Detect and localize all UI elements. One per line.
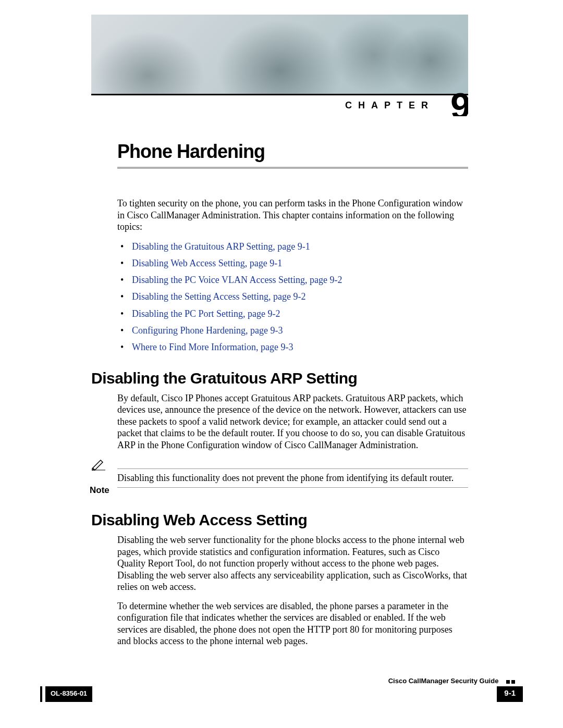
list-item: Where to Find More Information, page 9-3 — [117, 341, 468, 353]
list-item: Disabling the PC Port Setting, page 9-2 — [117, 307, 468, 320]
footer-left-mark-icon — [40, 686, 42, 702]
footer-page-number: 9-1 — [497, 686, 523, 702]
chapter-header-image: CHAPTER 9 — [91, 15, 468, 116]
topic-list: Disabling the Gratuitous ARP Setting, pa… — [117, 240, 468, 354]
intro-text: To tighten security on the phone, you ca… — [117, 198, 468, 233]
footer-marker-icon — [505, 677, 515, 685]
note-text: Disabling this functionality does not pr… — [117, 468, 468, 488]
section-body-web-1: Disabling the web server functionality f… — [117, 534, 468, 593]
list-item: Disabling the PC Voice VLAN Access Setti… — [117, 274, 468, 286]
list-item: Disabling the Gratuitous ARP Setting, pa… — [117, 240, 468, 253]
page-footer: Cisco CallManager Security Guide OL-8356… — [40, 677, 523, 728]
section-body-arp: By default, Cisco IP Phones accept Gratu… — [117, 392, 468, 451]
list-item: Configuring Phone Hardening, page 9-3 — [117, 324, 468, 337]
topic-link[interactable]: Disabling the Gratuitous ARP Setting, pa… — [132, 241, 310, 252]
topic-link[interactable]: Configuring Phone Hardening, page 9-3 — [132, 325, 283, 336]
footer-guide-title: Cisco CallManager Security Guide — [388, 677, 499, 685]
topic-link[interactable]: Disabling the PC Voice VLAN Access Setti… — [132, 275, 342, 285]
note-block: Note Disabling this functionality does n… — [91, 458, 468, 496]
topic-link[interactable]: Where to Find More Information, page 9-3 — [132, 342, 293, 352]
header-rule — [91, 94, 468, 95]
list-item: Disabling the Setting Access Setting, pa… — [117, 290, 468, 303]
list-item: Disabling Web Access Setting, page 9-1 — [117, 257, 468, 269]
section-title-web: Disabling Web Access Setting — [91, 511, 468, 529]
section-body-web-2: To determine whether the web services ar… — [117, 600, 468, 647]
topic-link[interactable]: Disabling the Setting Access Setting, pa… — [132, 291, 305, 302]
chapter-number: 9 — [450, 88, 468, 116]
chapter-title: Phone Hardening — [117, 141, 468, 163]
note-label: Note — [90, 485, 117, 496]
footer-doc-number: OL-8356-01 — [43, 686, 92, 702]
note-pencil-icon — [91, 459, 106, 473]
section-title-arp: Disabling the Gratuitous ARP Setting — [91, 369, 468, 387]
title-rule — [117, 167, 468, 169]
chapter-label: CHAPTER — [345, 100, 434, 111]
topic-link[interactable]: Disabling Web Access Setting, page 9-1 — [132, 258, 282, 268]
topic-link[interactable]: Disabling the PC Port Setting, page 9-2 — [132, 309, 280, 319]
